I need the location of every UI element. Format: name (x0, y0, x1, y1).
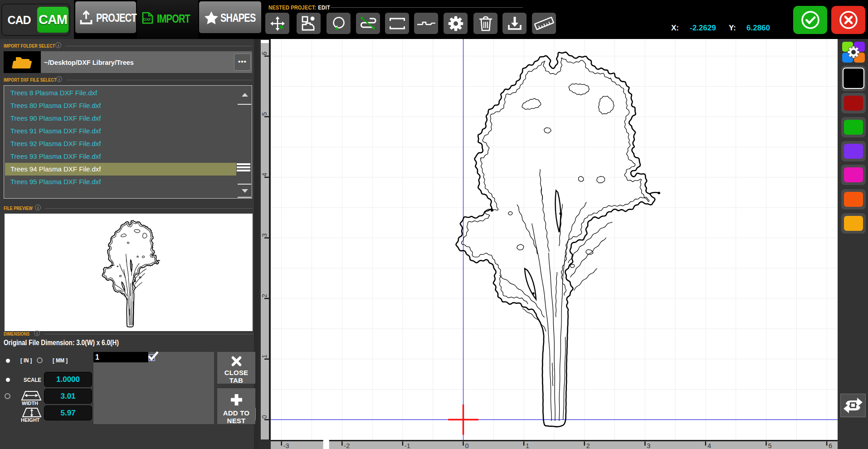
svg-text:6: 6 (829, 442, 832, 449)
svg-text:5: 5 (768, 442, 772, 449)
svg-text:-1: -1 (405, 442, 410, 449)
svg-text:-3: -3 (283, 442, 289, 449)
svg-text:4: 4 (707, 442, 711, 449)
svg-text:5: 5 (261, 112, 268, 116)
svg-text:1: 1 (261, 355, 268, 358)
svg-text:0: 0 (465, 442, 469, 449)
svg-text:1: 1 (526, 442, 529, 449)
svg-text:DXF: DXF (143, 17, 151, 22)
svg-text:2: 2 (261, 294, 268, 298)
svg-text:6: 6 (261, 52, 268, 55)
svg-text:0: 0 (261, 415, 268, 419)
svg-text:3: 3 (647, 442, 650, 449)
svg-text:2: 2 (586, 442, 590, 449)
svg-text:-2: -2 (344, 442, 350, 449)
svg-text:4: 4 (261, 173, 268, 176)
svg-text:3: 3 (261, 233, 268, 237)
